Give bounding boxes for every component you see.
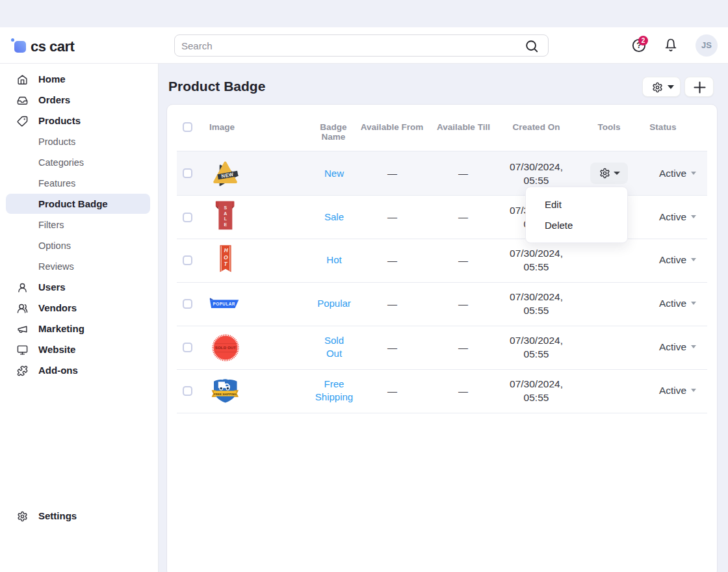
svg-text:L: L (224, 216, 227, 221)
svg-text:SOLD OUT: SOLD OUT (214, 345, 235, 350)
svg-text:FREE SHIPPING: FREE SHIPPING (214, 393, 237, 396)
svg-text:POPULAR: POPULAR (213, 302, 235, 306)
svg-text:A: A (224, 211, 227, 215)
svg-text:S: S (224, 205, 227, 210)
svg-text:E: E (224, 222, 227, 227)
svg-text:O: O (224, 255, 228, 261)
